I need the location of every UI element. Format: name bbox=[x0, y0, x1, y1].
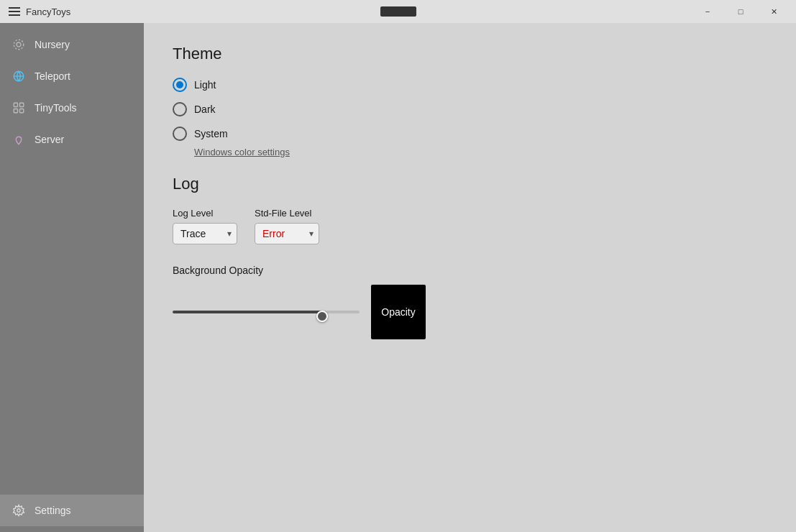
hamburger-menu-icon[interactable] bbox=[9, 7, 20, 16]
sidebar-item-settings-label: Settings bbox=[35, 505, 71, 516]
titlebar-left: FancyToys bbox=[9, 6, 70, 17]
theme-radio-group: Light Dark System bbox=[173, 78, 767, 141]
radio-system-label: System bbox=[194, 128, 228, 139]
server-icon bbox=[12, 132, 26, 147]
sidebar-item-teleport[interactable]: Teleport bbox=[0, 60, 144, 92]
theme-option-light[interactable]: Light bbox=[173, 78, 767, 92]
radio-light-circle bbox=[173, 78, 187, 92]
tinytools-icon bbox=[12, 101, 26, 115]
svg-rect-5 bbox=[20, 103, 24, 106]
svg-rect-7 bbox=[20, 109, 24, 113]
window-controls: − □ ✕ bbox=[691, 0, 790, 23]
sidebar-nav: Nursery Teleport bbox=[0, 23, 144, 495]
radio-system-circle bbox=[173, 127, 187, 141]
opacity-preview-box: Opacity bbox=[371, 285, 426, 339]
maximize-button[interactable]: □ bbox=[724, 0, 757, 23]
theme-section-title: Theme bbox=[173, 45, 767, 63]
log-section-title: Log bbox=[173, 175, 767, 193]
opacity-preview-label: Opacity bbox=[381, 306, 415, 318]
background-opacity-section: Background Opacity Opacity bbox=[173, 265, 767, 339]
opacity-slider-container bbox=[173, 305, 360, 319]
std-file-level-select-wrapper: Trace Debug Info Warn Error ▾ bbox=[255, 223, 319, 244]
sidebar-item-server[interactable]: Server bbox=[0, 124, 144, 155]
sidebar-item-settings[interactable]: Settings bbox=[0, 495, 144, 526]
settings-icon bbox=[12, 503, 26, 518]
slider-row: Opacity bbox=[173, 285, 767, 339]
theme-option-system[interactable]: System bbox=[173, 127, 767, 141]
log-level-field: Log Level Trace Debug Info Warn Error ▾ bbox=[173, 208, 237, 244]
sidebar-item-tinytools-label: TinyTools bbox=[35, 102, 77, 114]
std-file-level-label: Std-File Level bbox=[255, 208, 319, 219]
log-level-label: Log Level bbox=[173, 208, 237, 219]
radio-dark-label: Dark bbox=[194, 104, 216, 115]
titlebar-center-widget bbox=[380, 6, 416, 17]
app-body: Nursery Teleport bbox=[0, 23, 796, 532]
sidebar-item-teleport-label: Teleport bbox=[35, 70, 70, 82]
radio-light-label: Light bbox=[194, 79, 216, 91]
svg-point-1 bbox=[14, 40, 24, 50]
center-decoration bbox=[380, 6, 416, 17]
svg-point-0 bbox=[17, 42, 21, 47]
radio-dark-circle bbox=[173, 102, 187, 116]
app-title: FancyToys bbox=[26, 6, 70, 17]
sidebar-item-nursery[interactable]: Nursery bbox=[0, 29, 144, 60]
svg-rect-4 bbox=[14, 103, 17, 106]
std-file-level-select[interactable]: Trace Debug Info Warn Error bbox=[255, 223, 319, 244]
titlebar: FancyToys − □ ✕ bbox=[0, 0, 796, 23]
std-file-level-field: Std-File Level Trace Debug Info Warn Err… bbox=[255, 208, 319, 244]
sidebar: Nursery Teleport bbox=[0, 23, 144, 532]
background-opacity-label: Background Opacity bbox=[173, 265, 767, 276]
teleport-icon bbox=[12, 69, 26, 83]
sidebar-item-tinytools[interactable]: TinyTools bbox=[0, 92, 144, 124]
nursery-icon bbox=[12, 37, 26, 52]
sidebar-item-server-label: Server bbox=[35, 134, 64, 145]
log-row: Log Level Trace Debug Info Warn Error ▾ bbox=[173, 208, 767, 244]
log-section: Log Log Level Trace Debug Info Warn Erro… bbox=[173, 175, 767, 244]
sidebar-bottom: Settings bbox=[0, 495, 144, 532]
theme-option-dark[interactable]: Dark bbox=[173, 102, 767, 116]
svg-point-8 bbox=[17, 509, 21, 513]
close-button[interactable]: ✕ bbox=[757, 0, 790, 23]
log-level-select-wrapper: Trace Debug Info Warn Error ▾ bbox=[173, 223, 237, 244]
minimize-button[interactable]: − bbox=[691, 0, 724, 23]
settings-content: Theme Light Dark System Windows color se… bbox=[144, 23, 796, 532]
windows-color-settings-link[interactable]: Windows color settings bbox=[194, 147, 767, 157]
svg-rect-6 bbox=[14, 109, 17, 113]
sidebar-item-nursery-label: Nursery bbox=[35, 39, 70, 50]
log-level-select[interactable]: Trace Debug Info Warn Error bbox=[173, 223, 237, 244]
